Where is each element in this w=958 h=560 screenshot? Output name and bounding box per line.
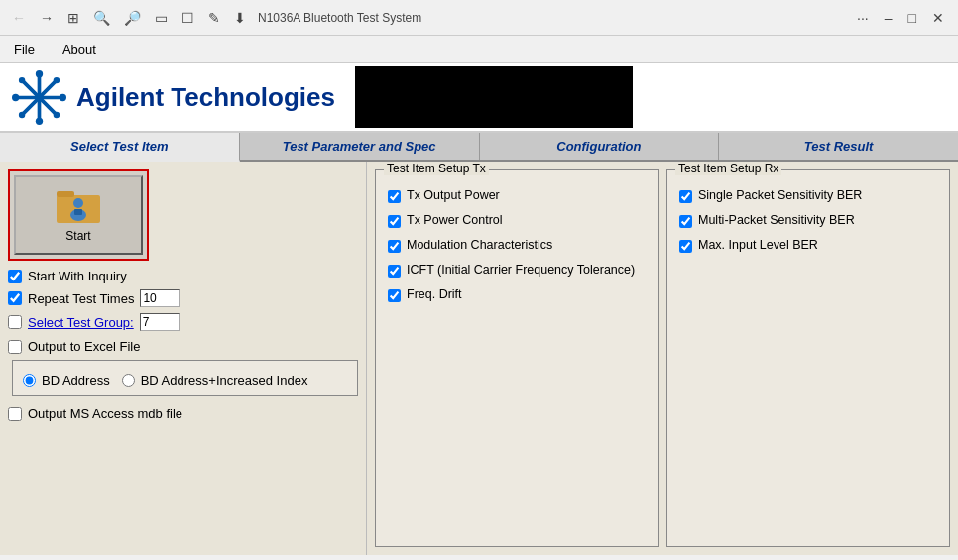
modulation-characteristics-checkbox[interactable] bbox=[388, 240, 401, 253]
icft-checkbox[interactable] bbox=[388, 265, 401, 278]
tx-panel: Test Item Setup Tx Tx Output Power Tx Po… bbox=[375, 169, 659, 547]
multi-packet-ber-label: Multi-Packet Sensitivity BER bbox=[698, 213, 855, 227]
window-button[interactable]: ☐ bbox=[178, 8, 198, 28]
company-name: Agilent Technologies bbox=[76, 82, 335, 113]
select-test-group-label[interactable]: Select Test Group: bbox=[28, 315, 134, 330]
tx-output-power-label: Tx Output Power bbox=[407, 188, 500, 202]
select-test-group-row: Select Test Group: bbox=[8, 313, 358, 331]
repeat-test-times-label: Repeat Test Times bbox=[28, 291, 134, 306]
titlebar: ← → ⊞ 🔍 🔎 ▭ ☐ ✎ ⬇ N1036A Bluetooth Test … bbox=[0, 0, 958, 36]
menu-file[interactable]: File bbox=[8, 40, 41, 58]
main-content: Start Start With Inquiry Repeat Test Tim… bbox=[0, 162, 958, 555]
tx-power-control-checkbox[interactable] bbox=[388, 215, 401, 228]
freq-drift-checkbox[interactable] bbox=[388, 289, 401, 302]
maximize-button[interactable]: □ bbox=[902, 8, 922, 28]
zoom-out-button[interactable]: 🔍 bbox=[89, 8, 114, 28]
multi-packet-ber-checkbox[interactable] bbox=[679, 215, 692, 228]
list-item: Single Packet Sensitivity BER bbox=[679, 188, 937, 203]
single-packet-ber-checkbox[interactable] bbox=[679, 190, 692, 203]
svg-point-5 bbox=[36, 117, 43, 124]
repeat-test-times-checkbox[interactable] bbox=[8, 291, 22, 305]
tx-panel-title: Test Item Setup Tx bbox=[384, 162, 489, 175]
select-test-group-checkbox[interactable] bbox=[8, 315, 22, 329]
list-item: Tx Power Control bbox=[388, 213, 646, 228]
svg-point-6 bbox=[12, 93, 19, 100]
list-item: Multi-Packet Sensitivity BER bbox=[679, 213, 937, 228]
repeat-test-times-row: Repeat Test Times bbox=[8, 289, 358, 307]
bd-address-increased-label: BD Address+Increased Index bbox=[141, 373, 308, 388]
max-input-level-ber-label: Max. Input Level BER bbox=[698, 238, 818, 252]
close-button[interactable]: ✕ bbox=[926, 8, 950, 28]
output-ms-access-checkbox[interactable] bbox=[8, 407, 22, 421]
excel-options-group: BD Address BD Address+Increased Index bbox=[12, 360, 358, 396]
start-button[interactable]: Start bbox=[14, 175, 143, 255]
start-label: Start bbox=[65, 229, 90, 243]
start-with-inquiry-label: Start With Inquiry bbox=[28, 269, 127, 283]
download-button[interactable]: ⬇ bbox=[230, 8, 250, 28]
back-button[interactable]: ← bbox=[8, 8, 30, 28]
svg-point-11 bbox=[54, 111, 60, 117]
output-excel-checkbox[interactable] bbox=[8, 340, 22, 354]
tx-power-control-label: Tx Power Control bbox=[407, 213, 503, 227]
bd-address-increased-option[interactable]: BD Address+Increased Index bbox=[122, 373, 308, 388]
rx-items-list: Single Packet Sensitivity BER Multi-Pack… bbox=[679, 180, 937, 253]
titlebar-nav: ← → ⊞ 🔍 🔎 ▭ ☐ ✎ ⬇ bbox=[8, 8, 250, 28]
right-panels: Test Item Setup Tx Tx Output Power Tx Po… bbox=[367, 162, 958, 555]
view-button[interactable]: ▭ bbox=[151, 8, 172, 28]
max-input-level-ber-checkbox[interactable] bbox=[679, 240, 692, 253]
output-ms-access-row: Output MS Access mdb file bbox=[8, 406, 358, 421]
list-item: Freq. Drift bbox=[388, 287, 646, 302]
list-item: Tx Output Power bbox=[388, 188, 646, 203]
tab-test-parameter[interactable]: Test Parameter and Spec bbox=[240, 133, 480, 160]
single-packet-ber-label: Single Packet Sensitivity BER bbox=[698, 188, 862, 202]
tx-output-power-checkbox[interactable] bbox=[388, 190, 401, 203]
freq-drift-label: Freq. Drift bbox=[407, 287, 462, 301]
left-panel: Start Start With Inquiry Repeat Test Tim… bbox=[0, 162, 367, 555]
output-excel-row: Output to Excel File bbox=[8, 339, 358, 354]
menubar: File About bbox=[0, 36, 958, 63]
titlebar-controls: ··· – □ ✕ bbox=[851, 8, 950, 28]
tab-test-result[interactable]: Test Result bbox=[719, 133, 958, 160]
list-item: Modulation Characteristics bbox=[388, 238, 646, 253]
svg-point-7 bbox=[60, 93, 66, 100]
minimize-button[interactable]: – bbox=[879, 8, 898, 28]
bd-address-radio[interactable] bbox=[23, 374, 36, 387]
bd-address-option[interactable]: BD Address bbox=[23, 373, 110, 388]
tx-items-list: Tx Output Power Tx Power Control Modulat… bbox=[388, 180, 646, 302]
output-ms-access-label: Output MS Access mdb file bbox=[28, 406, 182, 421]
icft-label: ICFT (Initial Carrier Frequency Toleranc… bbox=[407, 263, 635, 277]
start-button-wrapper: Start bbox=[8, 169, 149, 261]
tab-select-test-item[interactable]: Select Test Item bbox=[0, 133, 240, 162]
start-with-inquiry-checkbox[interactable] bbox=[8, 270, 22, 283]
list-item: Max. Input Level BER bbox=[679, 238, 937, 253]
header-image bbox=[355, 66, 633, 128]
grid-button[interactable]: ⊞ bbox=[63, 8, 83, 28]
bd-address-label: BD Address bbox=[42, 373, 110, 388]
titlebar-title: N1036A Bluetooth Test System bbox=[258, 11, 421, 25]
svg-point-10 bbox=[19, 111, 25, 117]
svg-point-14 bbox=[73, 198, 83, 208]
bd-address-increased-radio[interactable] bbox=[122, 374, 135, 387]
more-button[interactable]: ··· bbox=[851, 8, 875, 28]
tabs: Select Test Item Test Parameter and Spec… bbox=[0, 133, 958, 162]
excel-radio-group: BD Address BD Address+Increased Index bbox=[23, 369, 347, 388]
forward-button[interactable]: → bbox=[36, 8, 58, 28]
select-test-group-input[interactable] bbox=[140, 313, 180, 331]
svg-point-4 bbox=[36, 70, 43, 77]
rx-panel: Test Item Setup Rx Single Packet Sensiti… bbox=[666, 169, 950, 547]
start-with-inquiry-row: Start With Inquiry bbox=[8, 269, 358, 283]
start-icon bbox=[55, 187, 102, 225]
output-excel-label: Output to Excel File bbox=[28, 339, 140, 354]
svg-rect-13 bbox=[57, 191, 74, 197]
edit-button[interactable]: ✎ bbox=[204, 8, 224, 28]
agilent-logo-icon bbox=[12, 70, 66, 125]
zoom-in-button[interactable]: 🔎 bbox=[120, 8, 145, 28]
list-item: ICFT (Initial Carrier Frequency Toleranc… bbox=[388, 263, 646, 278]
svg-point-8 bbox=[19, 76, 25, 82]
rx-panel-title: Test Item Setup Rx bbox=[675, 162, 781, 175]
menu-about[interactable]: About bbox=[57, 40, 102, 58]
logo-container: Agilent Technologies bbox=[12, 70, 335, 125]
modulation-characteristics-label: Modulation Characteristics bbox=[407, 238, 552, 252]
repeat-test-times-input[interactable] bbox=[140, 289, 180, 307]
tab-configuration[interactable]: Configuration bbox=[480, 133, 720, 160]
